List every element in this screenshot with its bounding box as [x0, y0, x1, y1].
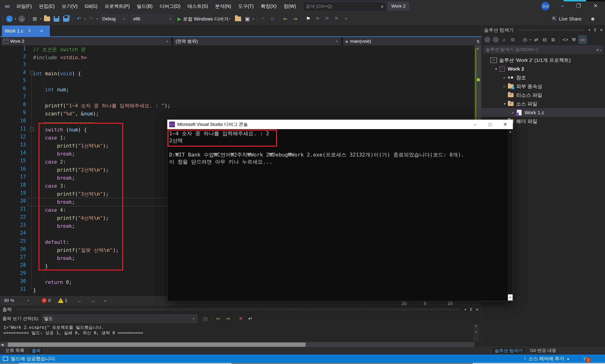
code-line[interactable]: 2#include <stdio.h>: [0, 53, 475, 62]
account-avatar[interactable]: 집낭: [541, 2, 550, 10]
tree-item-work-1-c[interactable]: ▹cWork 1.c: [482, 108, 605, 117]
navigate-backward-icon[interactable]: ←: [77, 297, 82, 304]
pin-tab-icon[interactable]: ⊼: [26, 29, 33, 33]
console-minimize-button[interactable]: –: [468, 120, 482, 129]
tree-item-외부-종속성[interactable]: ▹↗외부 종속성: [482, 82, 605, 91]
window-position-icon[interactable]: ▾: [465, 308, 466, 311]
switch-views-icon[interactable]: ⧉: [509, 36, 517, 44]
show-output-from-dropdown[interactable]: 빌드▾: [42, 314, 197, 323]
menu-x[interactable]: 확장(X): [257, 0, 280, 12]
code-line[interactable]: 9 scanf("%d", &num);: [0, 110, 475, 118]
console-scrollbar[interactable]: ∧ ∨: [508, 129, 513, 301]
close-tab-icon[interactable]: ✕: [38, 29, 45, 33]
menu-e[interactable]: 편집(E): [35, 0, 58, 12]
indent-decrease-icon[interactable]: ⇤: [281, 15, 290, 23]
find-in-files-icon[interactable]: ⌕: [234, 15, 242, 23]
expander-icon[interactable]: ▹: [502, 76, 507, 80]
scrollbar-thumb[interactable]: [8, 342, 306, 347]
right-tab-솔루션-탐색기[interactable]: 솔루션 탐색기: [492, 347, 526, 355]
clear-all-icon[interactable]: ✕: [236, 314, 245, 323]
start-debugging-button[interactable]: ▶ 로컬 Windows 디버거 ▾: [176, 15, 233, 23]
sync-with-active-document-icon[interactable]: ⇄: [532, 36, 540, 44]
expander-icon[interactable]: ▾: [494, 67, 499, 71]
console-scroll-up-icon[interactable]: ∧: [508, 130, 513, 134]
pin-panel-icon[interactable]: ⊼: [469, 307, 472, 312]
console-close-button[interactable]: ✕: [498, 120, 513, 129]
search-icon[interactable]: ⌕ ▾: [596, 47, 601, 52]
solution-explorer-search-input[interactable]: 솔루션 탐색기 검색(Ctrl+;) ⌕ ▾: [483, 45, 603, 54]
quick-search-input[interactable]: 검색 (Ctrl+Q) ⌕: [303, 2, 386, 11]
dropdown-arrow-icon[interactable]: ▾: [252, 17, 255, 21]
output-vertical-scrollbar[interactable]: ▲▼: [473, 324, 479, 341]
right-tab-Git-변경-내용[interactable]: Git 변경 내용: [527, 347, 559, 355]
new-file-icon[interactable]: ⊞: [30, 15, 39, 23]
close-button[interactable]: ✕: [589, 0, 602, 12]
error-icon[interactable]: ✕: [41, 298, 47, 303]
tree-item-work-2[interactable]: ▾⁺⁺Work 2: [482, 65, 605, 73]
menu-f[interactable]: 파일(F): [13, 0, 35, 12]
solution-platform-dropdown[interactable]: x86▾: [131, 14, 174, 23]
menu-d[interactable]: 디버그(D): [156, 0, 184, 12]
menu-gitg[interactable]: Git(G): [81, 0, 101, 12]
collapse-all-icon[interactable]: ⊟: [541, 36, 549, 44]
output-title-bar[interactable]: 출력 ▾ ⊼ ✕: [0, 305, 481, 314]
project-dropdown[interactable]: ⁺⁺Work 2 ▾: [1, 37, 171, 45]
console-scroll-down-icon[interactable]: ∨: [508, 294, 513, 300]
code-line[interactable]: 7: [0, 94, 475, 102]
dropdown-arrow-icon[interactable]: ▾: [14, 17, 17, 21]
properties-icon[interactable]: ⚒: [570, 36, 578, 44]
view-code-icon[interactable]: <>: [561, 36, 569, 44]
home-icon[interactable]: ⌂: [500, 36, 508, 44]
minimize-button[interactable]: –: [556, 0, 569, 12]
output-horizontal-scrollbar[interactable]: ◀: [0, 342, 475, 347]
show-all-files-icon[interactable]: ⧉: [549, 36, 557, 44]
word-wrap-icon[interactable]: ↵: [246, 314, 255, 323]
pending-changes-filter-icon[interactable]: ◷: [521, 36, 529, 44]
zoom-dropdown[interactable]: 90 %▾: [2, 297, 32, 304]
feedback-icon[interactable]: ☻: [590, 16, 596, 22]
solution-explorer-title-bar[interactable]: 솔루션 탐색기 ▾ ⊼ ✕: [482, 26, 605, 35]
menu-t[interactable]: 도구(T): [235, 0, 257, 12]
expander-icon[interactable]: ▹: [510, 110, 516, 115]
code-line[interactable]: 3: [0, 62, 475, 70]
previous-message-icon[interactable]: ⇐: [214, 314, 223, 323]
pin-panel-icon[interactable]: ⊼: [594, 28, 596, 32]
collapse-margin-icon[interactable]: ◂: [104, 298, 106, 303]
code-line[interactable]: 1// 조건문 switch 문: [0, 46, 475, 53]
dropdown-arrow-icon[interactable]: ▾: [529, 38, 532, 41]
notifications-button[interactable]: ⍾ 2: [583, 355, 591, 363]
split-window-handle[interactable]: ⇅: [475, 37, 482, 46]
live-share-label[interactable]: Live Share: [559, 16, 582, 22]
preview-selected-items-icon[interactable]: ▭: [578, 35, 587, 44]
dropdown-arrow-icon[interactable]: ▾: [39, 17, 42, 21]
tree-item-솔루션--work-2---1-1개-프로젝트-[interactable]: ∞솔루션 'Work 2' (1/1개 프로젝트): [482, 56, 605, 65]
menu-n[interactable]: 분석(N): [211, 0, 235, 12]
bottom-tab-출력[interactable]: 출력: [28, 347, 44, 355]
close-panel-icon[interactable]: ✕: [476, 307, 479, 312]
expander-icon[interactable]: ▾: [502, 102, 507, 106]
bookmark-icon[interactable]: ⚑: [304, 15, 312, 23]
dropdown-arrow-icon[interactable]: ▾: [96, 17, 99, 21]
scope-dropdown[interactable]: (전역 범위) ▾: [173, 37, 341, 45]
fold-toggle-line4[interactable]: −: [30, 71, 34, 75]
add-to-source-control-button[interactable]: ↑ 소스 제어에 추가 ▲: [524, 355, 570, 362]
background-tasks-icon[interactable]: [3, 357, 8, 361]
dropdown-arrow-icon[interactable]: ▾: [83, 17, 86, 21]
code-line[interactable]: 6 int num;: [0, 86, 475, 94]
menu-p[interactable]: 프로젝트(P): [101, 0, 133, 12]
live-share-icon[interactable]: ⇱: [552, 16, 557, 22]
code-line[interactable]: 8 printf("1~4 숫자 중 하나를 입력해주세요. : ");: [0, 102, 475, 110]
console-title-bar[interactable]: C:\ Microsoft Visual Studio 디버그 콘솔 – □ ✕: [167, 120, 513, 129]
console-output[interactable]: 1~4 숫자 중 하나를 입력해주세요. : 2 2선택 D:₩IT Bank …: [167, 129, 508, 301]
debug-console-window[interactable]: C:\ Microsoft Visual Studio 디버그 콘솔 – □ ✕…: [167, 119, 513, 301]
save-all-icon[interactable]: [62, 15, 70, 23]
code-line[interactable]: 4int main(void) {: [0, 70, 475, 78]
undo-icon[interactable]: ↶: [75, 15, 83, 23]
menu-s[interactable]: 테스트(S): [184, 0, 211, 12]
window-position-icon[interactable]: ▾: [589, 28, 590, 32]
output-log[interactable]: 1>"Work 2.vcxproj" 프로젝트를 빌드했습니다. =======…: [0, 324, 470, 341]
tree-item-소스-파일[interactable]: ▾소스 파일: [482, 99, 605, 108]
console-maximize-button[interactable]: □: [482, 120, 498, 129]
open-file-icon[interactable]: [43, 15, 51, 23]
fold-toggle-line11[interactable]: −: [30, 127, 34, 131]
